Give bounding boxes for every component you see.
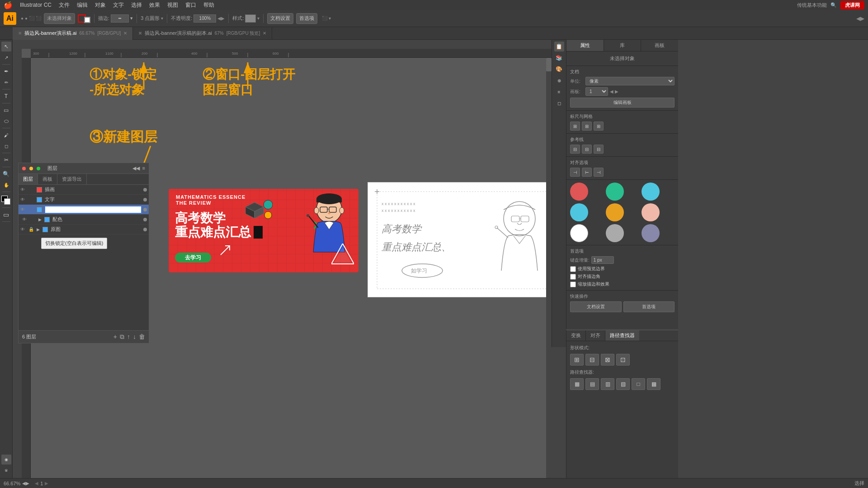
tool-text[interactable]: T: [1, 91, 11, 101]
tool-symbol[interactable]: ※: [1, 465, 11, 475]
shape-mode-minus[interactable]: ⊟: [585, 354, 599, 366]
layer-eye-color[interactable]: 👁: [22, 217, 28, 222]
swatch-peach[interactable]: [642, 203, 660, 221]
layer-eye-original[interactable]: 👁: [20, 227, 27, 232]
delete-layer-btn[interactable]: 🗑: [139, 333, 145, 341]
preferences-btn[interactable]: 首选项: [296, 13, 317, 24]
menu-object[interactable]: 对象: [95, 1, 106, 9]
keyboard-increment-input[interactable]: [591, 256, 614, 264]
pf-merge[interactable]: ▥: [601, 378, 614, 390]
swatch-teal[interactable]: [606, 183, 624, 201]
swatch-white[interactable]: [570, 224, 588, 242]
style-swatch[interactable]: [245, 14, 256, 23]
align-tab[interactable]: 对齐: [586, 330, 605, 341]
swatch-cyan[interactable]: [570, 203, 588, 221]
menu-window[interactable]: 窗口: [185, 1, 196, 9]
align-center-btn[interactable]: ⊢: [582, 168, 592, 177]
panel-tab-properties[interactable]: 属性: [566, 40, 604, 51]
tool-livecolor[interactable]: ◉: [1, 455, 11, 465]
icon-libraries[interactable]: 📚: [554, 53, 564, 63]
grid-btn[interactable]: ⊞: [582, 122, 592, 131]
icon-align[interactable]: ≡: [554, 87, 564, 97]
layers-tab-export[interactable]: 资源导出: [57, 174, 87, 184]
align-left-btn[interactable]: ⊣: [570, 168, 580, 177]
zoom-control[interactable]: 66.67% ◀▶: [4, 481, 29, 486]
tool-select[interactable]: ↖: [1, 42, 11, 52]
tool-pencil[interactable]: ✏: [1, 77, 11, 87]
window-maximize[interactable]: [37, 167, 40, 170]
menu-text[interactable]: 文字: [113, 1, 124, 9]
ruler-btn[interactable]: ⊞: [570, 122, 580, 131]
layer-item-original[interactable]: 👁 🔒 ▶ 原图: [19, 225, 149, 235]
menu-edit[interactable]: 编辑: [77, 1, 88, 9]
quick-preferences-btn[interactable]: 首选项: [623, 301, 675, 312]
layer-expand-color[interactable]: ▶: [38, 217, 42, 222]
shape-mode-intersect[interactable]: ⊠: [601, 354, 614, 366]
shape-mode-exclude[interactable]: ⊡: [616, 354, 630, 366]
edit-artboard-btn[interactable]: 编辑画板: [570, 98, 675, 108]
swatch-blue-gray[interactable]: [642, 224, 660, 242]
swatch-orange[interactable]: [606, 203, 624, 221]
tool-scissors[interactable]: ✂: [1, 155, 11, 165]
layer-eye-text[interactable]: 👁: [20, 197, 27, 202]
swatch-blue[interactable]: [642, 183, 660, 201]
tool-rect[interactable]: ▭: [1, 105, 11, 115]
tool-direct-select[interactable]: ↗: [1, 52, 11, 62]
pf-crop[interactable]: ▧: [616, 378, 630, 390]
tool-ellipse[interactable]: ⬭: [1, 116, 11, 126]
move-down-btn[interactable]: ↓: [133, 333, 136, 341]
stroke-color-stroke[interactable]: [84, 17, 90, 23]
quick-doc-settings-btn[interactable]: 文档设置: [570, 301, 622, 312]
duplicate-layer-btn[interactable]: ⧉: [120, 333, 124, 341]
icon-pathfinder[interactable]: ◻: [554, 98, 564, 108]
tool-hand[interactable]: ✋: [1, 180, 11, 190]
layer-item-color[interactable]: 👁 ▶ 配色: [19, 215, 149, 225]
layer-lock-original[interactable]: 🔒: [28, 227, 35, 232]
window-close[interactable]: [22, 167, 26, 170]
pf-divide[interactable]: ▦: [570, 378, 584, 390]
tab-main[interactable]: ✖ 插边风-banner演示稿.ai 66.67% [RGB/GPU] ✕: [13, 27, 133, 40]
layers-tab-artboards[interactable]: 画板: [38, 174, 57, 184]
swatch-red[interactable]: [570, 183, 588, 201]
menu-illustrator[interactable]: Illustrator CC: [20, 2, 52, 8]
shape-dropdown[interactable]: 3 点圆形: [141, 15, 160, 22]
layer-name-input[interactable]: [45, 206, 142, 213]
artboard-select[interactable]: 1: [585, 87, 608, 96]
window-minimize[interactable]: [29, 167, 33, 170]
pf-trim[interactable]: ▤: [585, 378, 599, 390]
pf-outline[interactable]: □: [632, 378, 645, 390]
align-right-btn[interactable]: ⊣: [594, 168, 604, 177]
opacity-input[interactable]: 100%: [193, 14, 216, 23]
menu-select[interactable]: 选择: [131, 1, 142, 9]
scale-strokes-checkbox[interactable]: [570, 282, 576, 287]
layers-tab-layers[interactable]: 图层: [19, 174, 38, 184]
tool-paint[interactable]: 🖌: [1, 130, 11, 140]
tool-zoom[interactable]: 🔍: [1, 169, 11, 179]
layers-collapse-btn[interactable]: ◀◀: [132, 165, 140, 171]
panel-tab-libraries[interactable]: 库: [604, 40, 642, 51]
apple-menu[interactable]: 🍎: [4, 1, 13, 9]
icon-properties[interactable]: 📋: [554, 42, 564, 52]
transform-tab[interactable]: 变换: [566, 330, 586, 341]
tab-close-copy[interactable]: ✕: [263, 31, 266, 36]
icon-appearance[interactable]: 🎨: [554, 64, 564, 74]
guide-btn1[interactable]: ⊟: [570, 145, 580, 154]
new-layer-btn[interactable]: +: [113, 333, 117, 341]
tool-change-screen[interactable]: ▭: [1, 210, 11, 220]
smart-guide-btn[interactable]: ⊞: [594, 122, 604, 131]
unit-select[interactable]: 像素毫米厘米: [585, 77, 675, 85]
menu-file[interactable]: 文件: [59, 1, 70, 9]
layers-menu-btn[interactable]: ≡: [142, 165, 145, 171]
guide-btn2[interactable]: ⊟: [582, 145, 592, 154]
tool-pen[interactable]: ✒: [1, 66, 11, 76]
guide-btn3[interactable]: ⊟: [594, 145, 604, 154]
shape-mode-unite[interactable]: ⊞: [570, 354, 584, 366]
doc-settings-btn[interactable]: 文档设置: [267, 13, 293, 24]
swatch-gray[interactable]: [606, 224, 624, 242]
no-selection-btn[interactable]: 未选择对象: [44, 13, 75, 24]
layer-expand-original[interactable]: ▶: [37, 227, 40, 232]
layer-item-illustration[interactable]: 👁 插画: [19, 185, 149, 195]
align-corners-checkbox[interactable]: [570, 274, 576, 280]
menu-view[interactable]: 视图: [167, 1, 178, 9]
move-up-btn[interactable]: ↑: [127, 333, 130, 341]
